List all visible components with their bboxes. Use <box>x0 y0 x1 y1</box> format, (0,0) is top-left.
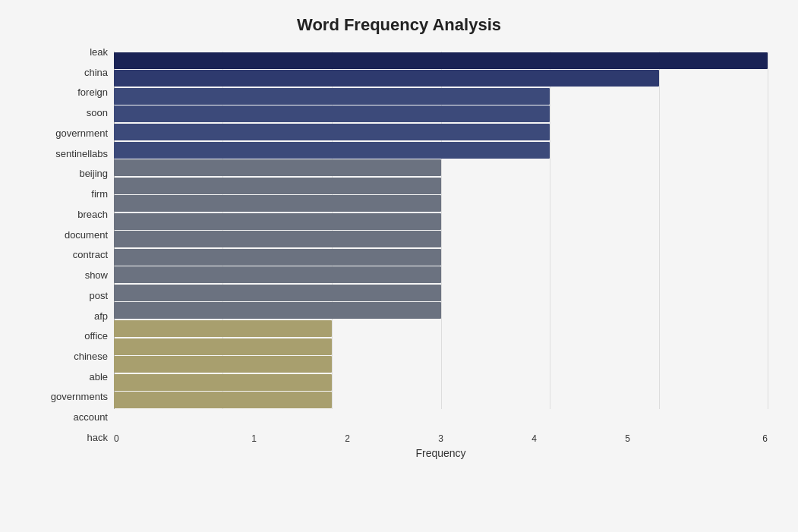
y-label: firm <box>30 194 114 194</box>
bar <box>114 142 550 159</box>
bar <box>114 302 441 319</box>
y-label: document <box>30 235 114 235</box>
bar <box>114 374 332 391</box>
bar-row <box>114 52 768 70</box>
y-label: soon <box>30 112 114 113</box>
y-label: chinese <box>30 356 114 357</box>
y-label: governments <box>30 396 114 397</box>
bar-row <box>114 320 768 338</box>
bar <box>114 213 441 230</box>
bar <box>114 285 441 301</box>
y-label: contract <box>30 254 114 255</box>
bar <box>114 231 441 247</box>
bar-row <box>114 194 768 212</box>
bar <box>114 249 441 266</box>
y-label: sentinellabs <box>30 153 114 154</box>
bar-row <box>114 141 768 159</box>
x-axis: 0123456 <box>114 430 768 444</box>
bar-row <box>114 70 768 88</box>
x-tick-label: 0 <box>114 433 207 444</box>
bar-row <box>114 355 768 373</box>
y-label: account <box>30 417 114 417</box>
y-label: leak <box>30 52 114 52</box>
bars-section: 0123456 Frequency <box>114 49 768 459</box>
bar-row <box>114 123 768 141</box>
bar-row <box>114 230 768 248</box>
y-label: government <box>30 133 114 134</box>
y-label: beijing <box>30 173 114 174</box>
bar-row <box>114 159 768 177</box>
bar <box>114 266 441 283</box>
bar <box>114 88 550 105</box>
bar <box>114 195 441 212</box>
bar <box>114 320 332 337</box>
y-label: show <box>30 275 114 275</box>
bar <box>114 52 768 69</box>
y-labels: leakchinaforeignsoongovernmentsentinella… <box>30 49 114 459</box>
x-tick-label: 5 <box>581 433 674 444</box>
y-label: hack <box>30 437 114 438</box>
bar-row <box>114 248 768 266</box>
y-label: post <box>30 295 114 296</box>
y-label: foreign <box>30 92 114 93</box>
chart-area: leakchinaforeignsoongovernmentsentinella… <box>30 49 768 459</box>
bar <box>114 178 441 194</box>
bar-row <box>114 284 768 302</box>
chart-container: Word Frequency Analysis leakchinaforeign… <box>0 0 798 532</box>
bar <box>114 356 332 373</box>
bar-row <box>114 105 768 124</box>
bar <box>114 70 659 87</box>
bar-row <box>114 338 768 356</box>
x-tick-label: 6 <box>674 433 768 444</box>
bar <box>114 159 441 176</box>
y-label: afp <box>30 316 114 316</box>
bar-row <box>114 391 768 409</box>
x-axis-title: Frequency <box>114 447 768 459</box>
chart-title: Word Frequency Analysis <box>30 15 768 35</box>
y-label: able <box>30 376 114 377</box>
x-tick-label: 4 <box>487 433 581 444</box>
bar-row <box>114 266 768 285</box>
bar <box>114 338 332 355</box>
x-tick-label: 3 <box>394 433 487 444</box>
bar <box>114 124 550 140</box>
bar-row <box>114 87 768 105</box>
bar <box>114 392 332 408</box>
x-tick-label: 1 <box>207 433 301 444</box>
y-label: china <box>30 72 114 73</box>
grid-line <box>768 52 768 409</box>
x-tick-label: 2 <box>301 433 394 444</box>
bar <box>114 105 550 122</box>
bars-wrapper <box>114 49 768 430</box>
y-label: breach <box>30 214 114 215</box>
bar-row <box>114 302 768 320</box>
y-label: office <box>30 335 114 336</box>
bar-row <box>114 373 768 392</box>
bar-row <box>114 212 768 231</box>
bar-row <box>114 177 768 195</box>
